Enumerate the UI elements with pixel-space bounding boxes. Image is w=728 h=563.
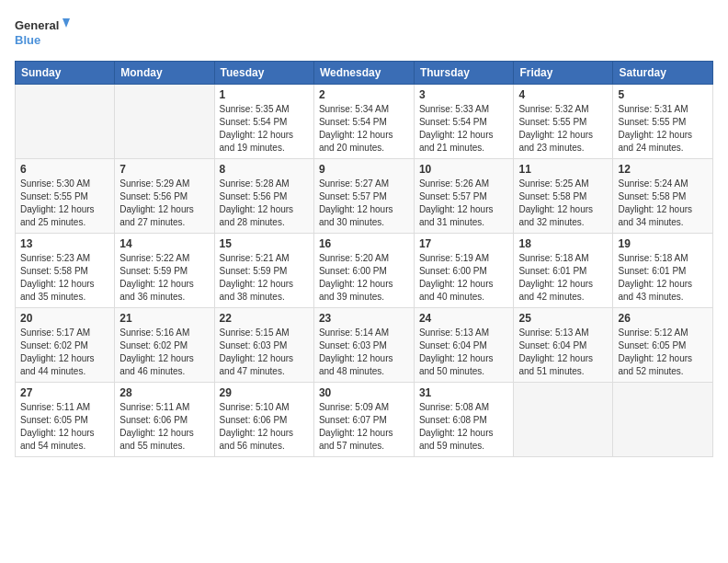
calendar-cell: 22Sunrise: 5:15 AMSunset: 6:03 PMDayligh…: [214, 308, 313, 383]
calendar-cell: 10Sunrise: 5:26 AMSunset: 5:57 PMDayligh…: [414, 159, 514, 234]
day-info: Sunrise: 5:11 AMSunset: 6:05 PMDaylight:…: [20, 401, 109, 453]
day-info: Sunrise: 5:19 AMSunset: 6:00 PMDaylight:…: [419, 252, 509, 304]
day-number: 11: [518, 163, 608, 176]
day-info: Sunrise: 5:17 AMSunset: 6:02 PMDaylight:…: [20, 327, 109, 378]
calendar-cell: 17Sunrise: 5:19 AMSunset: 6:00 PMDayligh…: [414, 234, 514, 308]
calendar-cell: 31Sunrise: 5:08 AMSunset: 6:08 PMDayligh…: [414, 383, 514, 457]
day-number: 3: [419, 88, 509, 101]
day-info: Sunrise: 5:22 AMSunset: 5:59 PMDaylight:…: [119, 252, 209, 304]
day-number: 15: [220, 237, 309, 250]
calendar-week-2: 6Sunrise: 5:30 AMSunset: 5:55 PMDaylight…: [16, 159, 713, 234]
day-number: 9: [319, 163, 409, 176]
day-info: Sunrise: 5:15 AMSunset: 6:03 PMDaylight:…: [220, 327, 309, 378]
day-info: Sunrise: 5:09 AMSunset: 6:07 PMDaylight:…: [319, 401, 409, 453]
logo-svg: General Blue: [15, 15, 70, 53]
calendar-cell: 29Sunrise: 5:10 AMSunset: 6:06 PMDayligh…: [214, 383, 313, 457]
weekday-header-row: SundayMondayTuesdayWednesdayThursdayFrid…: [16, 62, 713, 85]
calendar-cell: [115, 85, 214, 159]
day-info: Sunrise: 5:21 AMSunset: 5:59 PMDaylight:…: [220, 252, 309, 304]
calendar-cell: 18Sunrise: 5:18 AMSunset: 6:01 PMDayligh…: [514, 234, 613, 308]
day-info: Sunrise: 5:14 AMSunset: 6:03 PMDaylight:…: [319, 327, 409, 378]
calendar-week-3: 13Sunrise: 5:23 AMSunset: 5:58 PMDayligh…: [16, 234, 713, 308]
calendar-cell: 23Sunrise: 5:14 AMSunset: 6:03 PMDayligh…: [313, 308, 414, 383]
day-info: Sunrise: 5:18 AMSunset: 6:01 PMDaylight:…: [618, 252, 708, 304]
calendar-cell: 9Sunrise: 5:27 AMSunset: 5:57 PMDaylight…: [313, 159, 414, 234]
day-info: Sunrise: 5:23 AMSunset: 5:58 PMDaylight:…: [20, 252, 109, 304]
day-number: 2: [319, 88, 409, 101]
day-info: Sunrise: 5:25 AMSunset: 5:58 PMDaylight:…: [518, 178, 608, 229]
calendar-cell: 1Sunrise: 5:35 AMSunset: 5:54 PMDaylight…: [214, 85, 313, 159]
svg-text:Blue: Blue: [15, 33, 40, 47]
day-number: 16: [319, 237, 409, 250]
day-info: Sunrise: 5:33 AMSunset: 5:54 PMDaylight:…: [419, 103, 509, 155]
day-info: Sunrise: 5:32 AMSunset: 5:55 PMDaylight:…: [518, 103, 608, 155]
day-info: Sunrise: 5:24 AMSunset: 5:58 PMDaylight:…: [618, 178, 708, 229]
day-number: 26: [618, 312, 708, 325]
day-info: Sunrise: 5:34 AMSunset: 5:54 PMDaylight:…: [319, 103, 409, 155]
weekday-header-saturday: Saturday: [613, 62, 713, 85]
calendar-cell: 3Sunrise: 5:33 AMSunset: 5:54 PMDaylight…: [414, 85, 514, 159]
calendar-cell: [514, 383, 613, 457]
day-info: Sunrise: 5:13 AMSunset: 6:04 PMDaylight:…: [518, 327, 608, 378]
day-number: 12: [618, 163, 708, 176]
calendar-cell: [16, 85, 115, 159]
day-number: 23: [319, 312, 409, 325]
calendar-week-5: 27Sunrise: 5:11 AMSunset: 6:05 PMDayligh…: [16, 383, 713, 457]
weekday-header-wednesday: Wednesday: [313, 62, 414, 85]
svg-marker-2: [63, 18, 70, 28]
day-number: 10: [419, 163, 509, 176]
calendar-cell: 20Sunrise: 5:17 AMSunset: 6:02 PMDayligh…: [16, 308, 115, 383]
day-number: 20: [20, 312, 109, 325]
day-info: Sunrise: 5:27 AMSunset: 5:57 PMDaylight:…: [319, 178, 409, 229]
calendar-week-4: 20Sunrise: 5:17 AMSunset: 6:02 PMDayligh…: [16, 308, 713, 383]
calendar-cell: 12Sunrise: 5:24 AMSunset: 5:58 PMDayligh…: [613, 159, 713, 234]
calendar-cell: 5Sunrise: 5:31 AMSunset: 5:55 PMDaylight…: [613, 85, 713, 159]
day-number: 25: [518, 312, 608, 325]
day-number: 31: [419, 386, 509, 399]
calendar-cell: 16Sunrise: 5:20 AMSunset: 6:00 PMDayligh…: [313, 234, 414, 308]
calendar-table: SundayMondayTuesdayWednesdayThursdayFrid…: [15, 61, 713, 457]
calendar-cell: 4Sunrise: 5:32 AMSunset: 5:55 PMDaylight…: [514, 85, 613, 159]
day-info: Sunrise: 5:26 AMSunset: 5:57 PMDaylight:…: [419, 178, 509, 229]
calendar-cell: [613, 383, 713, 457]
day-info: Sunrise: 5:20 AMSunset: 6:00 PMDaylight:…: [319, 252, 409, 304]
calendar-cell: 6Sunrise: 5:30 AMSunset: 5:55 PMDaylight…: [16, 159, 115, 234]
day-info: Sunrise: 5:30 AMSunset: 5:55 PMDaylight:…: [20, 178, 109, 229]
weekday-header-monday: Monday: [115, 62, 214, 85]
calendar-cell: 19Sunrise: 5:18 AMSunset: 6:01 PMDayligh…: [613, 234, 713, 308]
day-number: 6: [20, 163, 109, 176]
weekday-header-friday: Friday: [514, 62, 613, 85]
day-number: 1: [220, 88, 309, 101]
calendar-week-1: 1Sunrise: 5:35 AMSunset: 5:54 PMDaylight…: [16, 85, 713, 159]
day-number: 22: [220, 312, 309, 325]
calendar-cell: 8Sunrise: 5:28 AMSunset: 5:56 PMDaylight…: [214, 159, 313, 234]
svg-text:General: General: [15, 18, 59, 32]
day-number: 21: [119, 312, 209, 325]
weekday-header-thursday: Thursday: [414, 62, 514, 85]
calendar-cell: 28Sunrise: 5:11 AMSunset: 6:06 PMDayligh…: [115, 383, 214, 457]
weekday-header-tuesday: Tuesday: [214, 62, 313, 85]
logo: General Blue: [15, 15, 70, 53]
page-header: General Blue: [15, 15, 713, 53]
day-info: Sunrise: 5:29 AMSunset: 5:56 PMDaylight:…: [119, 178, 209, 229]
calendar-cell: 25Sunrise: 5:13 AMSunset: 6:04 PMDayligh…: [514, 308, 613, 383]
day-number: 18: [518, 237, 608, 250]
calendar-cell: 14Sunrise: 5:22 AMSunset: 5:59 PMDayligh…: [115, 234, 214, 308]
calendar-cell: 24Sunrise: 5:13 AMSunset: 6:04 PMDayligh…: [414, 308, 514, 383]
day-info: Sunrise: 5:11 AMSunset: 6:06 PMDaylight:…: [119, 401, 209, 453]
day-info: Sunrise: 5:13 AMSunset: 6:04 PMDaylight:…: [419, 327, 509, 378]
day-info: Sunrise: 5:28 AMSunset: 5:56 PMDaylight:…: [220, 178, 309, 229]
calendar-cell: 13Sunrise: 5:23 AMSunset: 5:58 PMDayligh…: [16, 234, 115, 308]
day-number: 7: [119, 163, 209, 176]
day-number: 4: [518, 88, 608, 101]
calendar-cell: 15Sunrise: 5:21 AMSunset: 5:59 PMDayligh…: [214, 234, 313, 308]
day-number: 14: [119, 237, 209, 250]
calendar-cell: 30Sunrise: 5:09 AMSunset: 6:07 PMDayligh…: [313, 383, 414, 457]
day-number: 5: [618, 88, 708, 101]
day-info: Sunrise: 5:12 AMSunset: 6:05 PMDaylight:…: [618, 327, 708, 378]
day-number: 19: [618, 237, 708, 250]
calendar-cell: 27Sunrise: 5:11 AMSunset: 6:05 PMDayligh…: [16, 383, 115, 457]
calendar-cell: 2Sunrise: 5:34 AMSunset: 5:54 PMDaylight…: [313, 85, 414, 159]
day-number: 13: [20, 237, 109, 250]
day-number: 8: [220, 163, 309, 176]
